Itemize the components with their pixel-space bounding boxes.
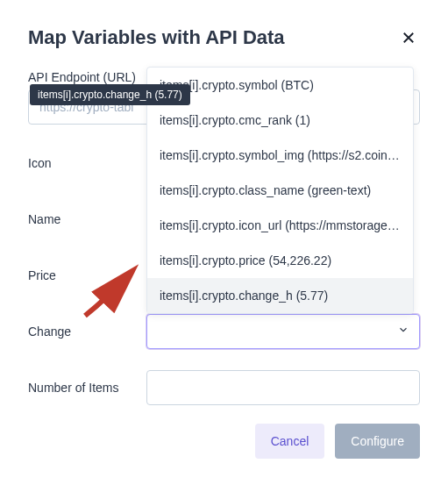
dropdown-item[interactable]: items[i].crypto.change_h (5.77) — [147, 278, 413, 313]
change-select[interactable] — [146, 314, 420, 349]
modal-footer: Cancel Configure — [255, 424, 420, 459]
tooltip: items[i].crypto.change_h (5.77) — [30, 84, 190, 105]
dropdown-item[interactable]: items[i].crypto.symbol_img (https://s2.c… — [147, 138, 413, 173]
name-label: Name — [28, 212, 146, 226]
number-items-row: Number of Items — [28, 370, 420, 405]
annotation-arrow — [81, 263, 142, 324]
cancel-button[interactable]: Cancel — [255, 424, 325, 459]
change-label: Change — [28, 325, 146, 339]
endpoint-label: API Endpoint (URL) — [28, 70, 146, 84]
number-items-label: Number of Items — [28, 381, 146, 395]
number-items-input[interactable] — [146, 370, 420, 405]
dropdown-item[interactable]: items[i].crypto.icon_url (https://mmstor… — [147, 208, 413, 243]
dropdown-item[interactable]: items[i].crypto.cmc_rank (1) — [147, 103, 413, 138]
dropdown-item[interactable]: items[i].crypto.price (54,226.22) — [147, 243, 413, 278]
modal-header: Map Variables with API Data — [28, 26, 420, 49]
change-select-wrap — [146, 314, 420, 349]
close-button[interactable] — [397, 26, 420, 49]
dropdown-item[interactable]: items[i].crypto.class_name (green-text) — [147, 173, 413, 208]
close-icon — [401, 30, 416, 46]
modal-title: Map Variables with API Data — [28, 26, 285, 49]
icon-label: Icon — [28, 156, 146, 170]
configure-button[interactable]: Configure — [335, 424, 420, 459]
